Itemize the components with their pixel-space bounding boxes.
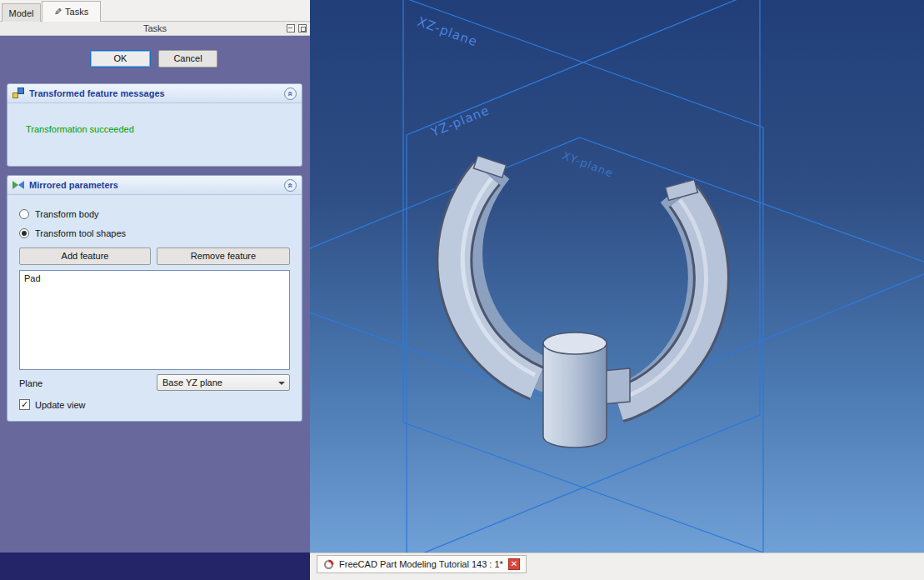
radio-transform-body-label: Transform body bbox=[35, 209, 99, 219]
xz-plane-label: XZ-plane bbox=[416, 14, 480, 50]
tab-tasks-label: Tasks bbox=[65, 7, 88, 17]
dock-title: Tasks bbox=[143, 23, 167, 33]
tab-tasks[interactable]: ✎ Tasks bbox=[42, 1, 101, 22]
update-view-checkbox[interactable]: ✓ bbox=[19, 399, 30, 410]
xy-plane-label: XY-plane bbox=[561, 149, 615, 180]
close-tab-icon[interactable]: ✕ bbox=[508, 558, 520, 570]
origin-planes[interactable] bbox=[310, 0, 924, 552]
statusbar-left-filler bbox=[0, 552, 310, 580]
plane-dropdown[interactable]: Base YZ plane bbox=[157, 374, 290, 391]
dock-float-icon[interactable] bbox=[298, 24, 307, 32]
mirrored-parameters-section: Mirrored parameters « Transform body Tra… bbox=[7, 175, 302, 422]
mirrored-parameters-header: Mirrored parameters « bbox=[7, 176, 302, 195]
transformed-messages-section: Transformed feature messages « Transform… bbox=[7, 83, 302, 167]
radio-circle-checked[interactable] bbox=[19, 228, 29, 238]
plane-dropdown-value: Base YZ plane bbox=[162, 378, 222, 388]
document-tab-label: FreeCAD Part Modeling Tutorial 143 : 1* bbox=[339, 559, 503, 569]
collapse-button[interactable]: « bbox=[284, 88, 297, 100]
origin-planes-and-model: XZ-plane YZ-plane XY-plane bbox=[310, 0, 924, 552]
dock-buttons bbox=[287, 24, 307, 32]
radio-circle[interactable] bbox=[19, 209, 29, 219]
cancel-button[interactable]: Cancel bbox=[158, 50, 217, 68]
collapse-button[interactable]: « bbox=[284, 179, 297, 192]
add-feature-button[interactable]: Add feature bbox=[19, 248, 151, 265]
ok-button[interactable]: OK bbox=[90, 50, 151, 68]
radio-transform-body[interactable]: Transform body bbox=[19, 209, 99, 219]
tasks-dock-titlebar: Tasks bbox=[0, 22, 310, 36]
tab-model[interactable]: Model bbox=[2, 3, 41, 22]
freecad-window: Model ✎ Tasks Tasks OK Cancel Transforme… bbox=[0, 0, 924, 580]
update-view-checkbox-row[interactable]: ✓ Update view bbox=[19, 399, 86, 410]
model-mirrored-clamp[interactable] bbox=[454, 156, 711, 448]
document-tab[interactable]: FreeCAD Part Modeling Tutorial 143 : 1* … bbox=[317, 555, 527, 573]
pen-icon: ✎ bbox=[54, 7, 62, 18]
transform-feature-icon bbox=[12, 88, 24, 99]
plane-label: Plane bbox=[19, 378, 42, 388]
transformed-messages-title: Transformed feature messages bbox=[29, 88, 165, 98]
feature-list[interactable]: Pad bbox=[19, 270, 290, 370]
list-item[interactable]: Pad bbox=[20, 271, 289, 286]
cylinder-top bbox=[543, 332, 607, 354]
update-view-label: Update view bbox=[35, 400, 86, 410]
document-tabbar: FreeCAD Part Modeling Tutorial 143 : 1* … bbox=[310, 552, 924, 580]
tasks-panel: OK Cancel Transformed feature messages «… bbox=[0, 36, 310, 552]
transformed-messages-header: Transformed feature messages « bbox=[7, 84, 302, 103]
mirrored-icon bbox=[12, 179, 24, 191]
tab-model-label: Model bbox=[9, 8, 34, 18]
remove-feature-button[interactable]: Remove feature bbox=[157, 248, 290, 265]
panel-tabbar: Model ✎ Tasks bbox=[0, 0, 310, 22]
dock-minimize-icon[interactable] bbox=[287, 24, 295, 32]
transformation-status: Transformation succeeded bbox=[26, 124, 134, 134]
yz-plane-label: YZ-plane bbox=[428, 102, 492, 140]
chevron-down-icon bbox=[278, 382, 285, 385]
radio-transform-tool-shapes-label: Transform tool shapes bbox=[35, 228, 126, 238]
freecad-doc-icon bbox=[323, 559, 334, 570]
mirrored-parameters-title: Mirrored parameters bbox=[29, 180, 118, 190]
cylinder-body[interactable] bbox=[543, 343, 607, 448]
radio-transform-tool-shapes[interactable]: Transform tool shapes bbox=[19, 228, 126, 238]
3d-viewport[interactable]: XZ-plane YZ-plane XY-plane bbox=[310, 0, 924, 552]
